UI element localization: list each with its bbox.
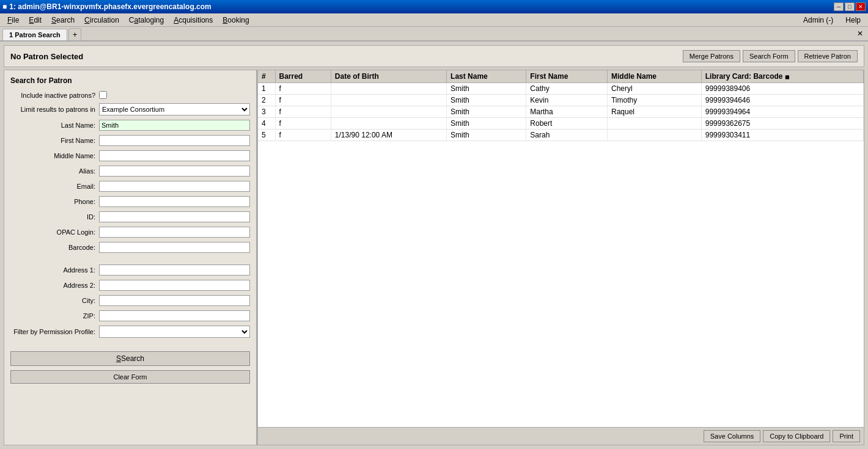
title-bar-controls[interactable]: ─ □ ✕	[834, 2, 866, 11]
first-name-input[interactable]	[99, 135, 250, 146]
cell-3: Smith	[447, 83, 526, 95]
maximize-button[interactable]: □	[845, 2, 855, 11]
include-inactive-label: Include inactive patrons?	[10, 92, 99, 99]
table-row[interactable]: 4fSmithRobert99999362675	[258, 118, 864, 130]
cell-5: Cheryl	[607, 83, 701, 95]
email-row: Email:	[10, 181, 250, 192]
cell-3: Smith	[447, 106, 526, 118]
cell-2	[331, 106, 446, 118]
last-name-input[interactable]	[99, 120, 250, 131]
tab-bar: 1 Patron Search + ✕	[0, 27, 868, 42]
results-table-wrapper[interactable]: # Barred Date of Birth Last Name First N…	[258, 70, 864, 427]
print-button[interactable]: Print	[833, 430, 860, 442]
id-label: ID:	[10, 213, 99, 221]
tab-patron-search[interactable]: 1 Patron Search	[2, 29, 67, 40]
filter-label: Filter by Permission Profile:	[10, 328, 99, 335]
city-row: City:	[10, 295, 250, 306]
menu-file[interactable]: File	[2, 15, 24, 26]
results-footer: Save Columns Copy to Clipboard Print	[258, 427, 864, 445]
col-num[interactable]: #	[258, 70, 275, 83]
include-inactive-checkbox[interactable]	[99, 91, 107, 99]
zip-input[interactable]	[99, 310, 250, 321]
merge-patrons-button[interactable]: Merge Patrons	[683, 50, 740, 62]
cell-6: 99999303411	[701, 130, 863, 141]
menu-admin[interactable]: Admin (-)	[798, 15, 838, 26]
cell-0: 2	[258, 95, 275, 106]
search-button[interactable]: SSearch	[10, 351, 250, 366]
menu-circulation[interactable]: Circulation	[79, 15, 124, 26]
table-row[interactable]: 1fSmithCathyCheryl99999389406	[258, 83, 864, 95]
address1-row: Address 1:	[10, 265, 250, 276]
col-barred[interactable]: Barred	[275, 70, 331, 83]
cell-3: Smith	[447, 118, 526, 130]
table-row[interactable]: 2fSmithKevinTimothy99999394646	[258, 95, 864, 106]
alias-input[interactable]	[99, 166, 250, 177]
cell-2: 1/13/90 12:00 AM	[331, 130, 446, 141]
limit-results-label: Limit results to patrons in	[10, 106, 99, 113]
cell-4: Kevin	[526, 95, 608, 106]
cell-1: f	[275, 83, 331, 95]
col-first-name[interactable]: First Name	[526, 70, 608, 83]
menu-search[interactable]: Search	[46, 15, 79, 26]
menu-help[interactable]: Help	[840, 15, 866, 26]
tab-bar-close[interactable]: ✕	[855, 29, 866, 38]
col-dob[interactable]: Date of Birth	[331, 70, 446, 83]
address2-row: Address 2:	[10, 280, 250, 291]
col-last-name[interactable]: Last Name	[447, 70, 526, 83]
menu-booking[interactable]: Booking	[218, 15, 254, 26]
search-form-title: Search for Patron	[10, 76, 250, 85]
id-input[interactable]	[99, 211, 250, 222]
menu-cataloging[interactable]: Cataloging	[124, 15, 169, 26]
body-panel: Search for Patron Include inactive patro…	[4, 70, 864, 445]
tab-add-button[interactable]: +	[68, 28, 82, 40]
address1-input[interactable]	[99, 265, 250, 276]
cell-1: f	[275, 130, 331, 141]
cell-4: Cathy	[526, 83, 608, 95]
cell-0: 3	[258, 106, 275, 118]
results-table: # Barred Date of Birth Last Name First N…	[258, 70, 864, 141]
email-input[interactable]	[99, 181, 250, 192]
phone-input[interactable]	[99, 196, 250, 207]
opac-login-row: OPAC Login:	[10, 227, 250, 238]
cell-1: f	[275, 106, 331, 118]
limit-results-row: Limit results to patrons in Example Cons…	[10, 103, 250, 115]
filter-row: Filter by Permission Profile:	[10, 326, 250, 338]
barcode-input[interactable]	[99, 242, 250, 253]
table-row[interactable]: 5f1/13/90 12:00 AMSmithSarah99999303411	[258, 130, 864, 141]
zip-label: ZIP:	[10, 312, 99, 319]
middle-name-row: Middle Name:	[10, 150, 250, 161]
alias-row: Alias:	[10, 166, 250, 177]
copy-clipboard-button[interactable]: Copy to Clipboard	[763, 430, 830, 442]
col-barcode[interactable]: Library Card: Barcode ◼	[701, 70, 863, 83]
results-tbody: 1fSmithCathyCheryl999993894062fSmithKevi…	[258, 83, 864, 141]
clear-form-button[interactable]: Clear Form	[10, 370, 250, 384]
email-label: Email:	[10, 183, 99, 190]
opac-login-input[interactable]	[99, 227, 250, 238]
cell-2	[331, 118, 446, 130]
city-input[interactable]	[99, 295, 250, 306]
table-row[interactable]: 3fSmithMarthaRaquel99999394964	[258, 106, 864, 118]
section-divider	[10, 257, 250, 262]
search-panel: Search for Patron Include inactive patro…	[4, 70, 258, 445]
phone-row: Phone:	[10, 196, 250, 207]
cell-5	[607, 130, 701, 141]
cell-5: Raquel	[607, 106, 701, 118]
zip-row: ZIP:	[10, 310, 250, 321]
filter-select[interactable]	[99, 326, 250, 338]
cell-4: Martha	[526, 106, 608, 118]
menu-edit[interactable]: Edit	[24, 15, 46, 26]
middle-name-label: Middle Name:	[10, 152, 99, 159]
cell-5	[607, 118, 701, 130]
minimize-button[interactable]: ─	[834, 2, 844, 11]
search-form-button[interactable]: Search Form	[743, 50, 795, 62]
address2-input[interactable]	[99, 280, 250, 291]
menu-acquisitions[interactable]: Acquisitions	[169, 15, 218, 26]
close-window-button[interactable]: ✕	[856, 2, 866, 11]
col-middle-name[interactable]: Middle Name	[607, 70, 701, 83]
cell-2	[331, 95, 446, 106]
limit-results-select[interactable]: Example Consortium	[99, 103, 250, 115]
save-columns-button[interactable]: Save Columns	[704, 430, 761, 442]
retrieve-patron-button[interactable]: Retrieve Patron	[798, 50, 858, 62]
middle-name-input[interactable]	[99, 150, 250, 161]
last-name-row: Last Name:	[10, 120, 250, 131]
